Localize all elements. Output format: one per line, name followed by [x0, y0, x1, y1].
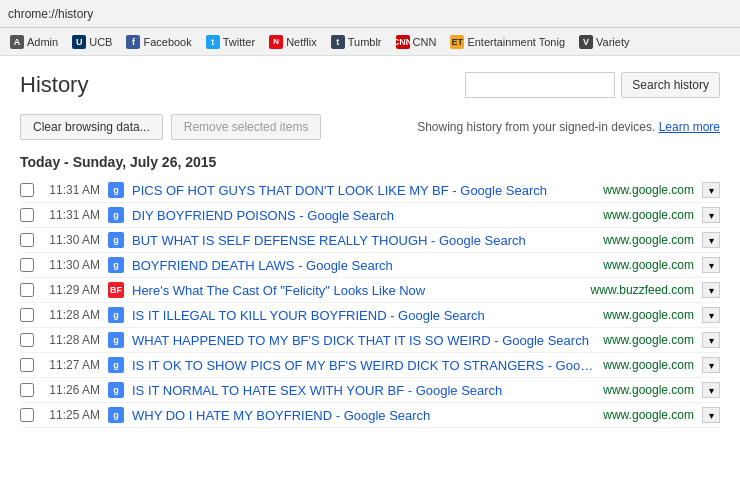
- item-checkbox[interactable]: [20, 258, 34, 272]
- bookmarks-bar: AAdminUUCBfFacebooktTwitterNNetflixtTumb…: [0, 28, 740, 56]
- item-time: 11:26 AM: [42, 383, 100, 397]
- bookmark-icon: t: [331, 35, 345, 49]
- item-title[interactable]: DIY BOYFRIEND POISONS - Google Search: [132, 208, 595, 223]
- bookmark-label: Entertainment Tonig: [467, 36, 565, 48]
- item-checkbox[interactable]: [20, 233, 34, 247]
- bookmark-icon: A: [10, 35, 24, 49]
- bookmark-item[interactable]: UUCB: [68, 33, 116, 51]
- item-title[interactable]: WHY DO I HATE MY BOYFRIEND - Google Sear…: [132, 408, 595, 423]
- bookmark-item[interactable]: VVariety: [575, 33, 633, 51]
- item-checkbox[interactable]: [20, 283, 34, 297]
- item-checkbox[interactable]: [20, 333, 34, 347]
- item-title[interactable]: Here's What The Cast Of "Felicity" Looks…: [132, 283, 583, 298]
- bookmark-icon: t: [206, 35, 220, 49]
- history-list-item: 11:31 AM g PICS OF HOT GUYS THAT DON'T L…: [20, 178, 720, 203]
- bookmark-icon: ET: [450, 35, 464, 49]
- item-url: www.google.com: [603, 358, 694, 372]
- bookmark-item[interactable]: CNNCNN: [392, 33, 441, 51]
- history-list-item: 11:28 AM g WHAT HAPPENED TO MY BF'S DICK…: [20, 328, 720, 353]
- item-menu-button[interactable]: ▾: [702, 407, 720, 423]
- item-time: 11:28 AM: [42, 308, 100, 322]
- item-url: www.google.com: [603, 383, 694, 397]
- history-list-item: 11:30 AM g BUT WHAT IS SELF DEFENSE REAL…: [20, 228, 720, 253]
- item-menu-button[interactable]: ▾: [702, 357, 720, 373]
- bookmark-label: Netflix: [286, 36, 317, 48]
- bookmark-icon: U: [72, 35, 86, 49]
- site-favicon: g: [108, 257, 124, 273]
- item-menu-button[interactable]: ▾: [702, 332, 720, 348]
- bookmark-icon: f: [126, 35, 140, 49]
- item-checkbox[interactable]: [20, 308, 34, 322]
- bookmark-icon: V: [579, 35, 593, 49]
- site-favicon: g: [108, 407, 124, 423]
- item-checkbox[interactable]: [20, 408, 34, 422]
- search-history-button[interactable]: Search history: [621, 72, 720, 98]
- item-title[interactable]: PICS OF HOT GUYS THAT DON'T LOOK LIKE MY…: [132, 183, 595, 198]
- item-title[interactable]: BUT WHAT IS SELF DEFENSE REALLY THOUGH -…: [132, 233, 595, 248]
- item-checkbox[interactable]: [20, 383, 34, 397]
- history-page: History Search history Clear browsing da…: [0, 56, 740, 444]
- item-menu-button[interactable]: ▾: [702, 232, 720, 248]
- item-url: www.google.com: [603, 233, 694, 247]
- item-menu-button[interactable]: ▾: [702, 207, 720, 223]
- item-time: 11:27 AM: [42, 358, 100, 372]
- history-list-item: 11:31 AM g DIY BOYFRIEND POISONS - Googl…: [20, 203, 720, 228]
- item-title[interactable]: IS IT ILLEGAL TO KILL YOUR BOYFRIEND - G…: [132, 308, 595, 323]
- bookmark-label: Admin: [27, 36, 58, 48]
- item-url: www.google.com: [603, 408, 694, 422]
- bookmark-icon: CNN: [396, 35, 410, 49]
- item-url: www.google.com: [603, 258, 694, 272]
- clear-browsing-data-button[interactable]: Clear browsing data...: [20, 114, 163, 140]
- url-display: chrome://history: [8, 7, 93, 21]
- item-time: 11:28 AM: [42, 333, 100, 347]
- item-time: 11:30 AM: [42, 258, 100, 272]
- signed-in-notice: Showing history from your signed-in devi…: [417, 120, 720, 134]
- date-header: Today - Sunday, July 26, 2015: [20, 154, 720, 170]
- item-time: 11:31 AM: [42, 208, 100, 222]
- item-url: www.google.com: [603, 308, 694, 322]
- history-list: 11:31 AM g PICS OF HOT GUYS THAT DON'T L…: [20, 178, 720, 428]
- item-url: www.google.com: [603, 208, 694, 222]
- bookmark-item[interactable]: tTwitter: [202, 33, 259, 51]
- site-favicon: BF: [108, 282, 124, 298]
- action-buttons: Clear browsing data... Remove selected i…: [20, 114, 321, 140]
- site-favicon: g: [108, 332, 124, 348]
- item-title[interactable]: IS IT OK TO SHOW PICS OF MY BF'S WEIRD D…: [132, 358, 595, 373]
- item-checkbox[interactable]: [20, 208, 34, 222]
- bookmark-label: CNN: [413, 36, 437, 48]
- item-title[interactable]: WHAT HAPPENED TO MY BF'S DICK THAT IT IS…: [132, 333, 595, 348]
- bookmark-item[interactable]: AAdmin: [6, 33, 62, 51]
- item-menu-button[interactable]: ▾: [702, 182, 720, 198]
- item-menu-button[interactable]: ▾: [702, 307, 720, 323]
- item-menu-button[interactable]: ▾: [702, 382, 720, 398]
- site-favicon: g: [108, 357, 124, 373]
- site-favicon: g: [108, 307, 124, 323]
- action-row: Clear browsing data... Remove selected i…: [20, 114, 720, 140]
- history-list-item: 11:26 AM g IS IT NORMAL TO HATE SEX WITH…: [20, 378, 720, 403]
- item-checkbox[interactable]: [20, 358, 34, 372]
- item-title[interactable]: BOYFRIEND DEATH LAWS - Google Search: [132, 258, 595, 273]
- item-url: www.buzzfeed.com: [591, 283, 694, 297]
- site-favicon: g: [108, 382, 124, 398]
- remove-selected-button[interactable]: Remove selected items: [171, 114, 322, 140]
- history-list-item: 11:25 AM g WHY DO I HATE MY BOYFRIEND - …: [20, 403, 720, 428]
- bookmark-item[interactable]: NNetflix: [265, 33, 321, 51]
- address-bar[interactable]: chrome://history: [0, 0, 740, 28]
- bookmark-item[interactable]: fFacebook: [122, 33, 195, 51]
- item-checkbox[interactable]: [20, 183, 34, 197]
- item-title[interactable]: IS IT NORMAL TO HATE SEX WITH YOUR BF - …: [132, 383, 595, 398]
- item-time: 11:25 AM: [42, 408, 100, 422]
- bookmark-item[interactable]: tTumblr: [327, 33, 386, 51]
- header-row: History Search history: [20, 72, 720, 98]
- bookmark-icon: N: [269, 35, 283, 49]
- history-list-item: 11:29 AM BF Here's What The Cast Of "Fel…: [20, 278, 720, 303]
- item-time: 11:29 AM: [42, 283, 100, 297]
- notice-text: Showing history from your signed-in devi…: [417, 120, 655, 134]
- search-input[interactable]: [465, 72, 615, 98]
- item-menu-button[interactable]: ▾: [702, 282, 720, 298]
- page-title: History: [20, 72, 88, 98]
- learn-more-link[interactable]: Learn more: [659, 120, 720, 134]
- bookmark-label: Variety: [596, 36, 629, 48]
- bookmark-item[interactable]: ETEntertainment Tonig: [446, 33, 569, 51]
- item-menu-button[interactable]: ▾: [702, 257, 720, 273]
